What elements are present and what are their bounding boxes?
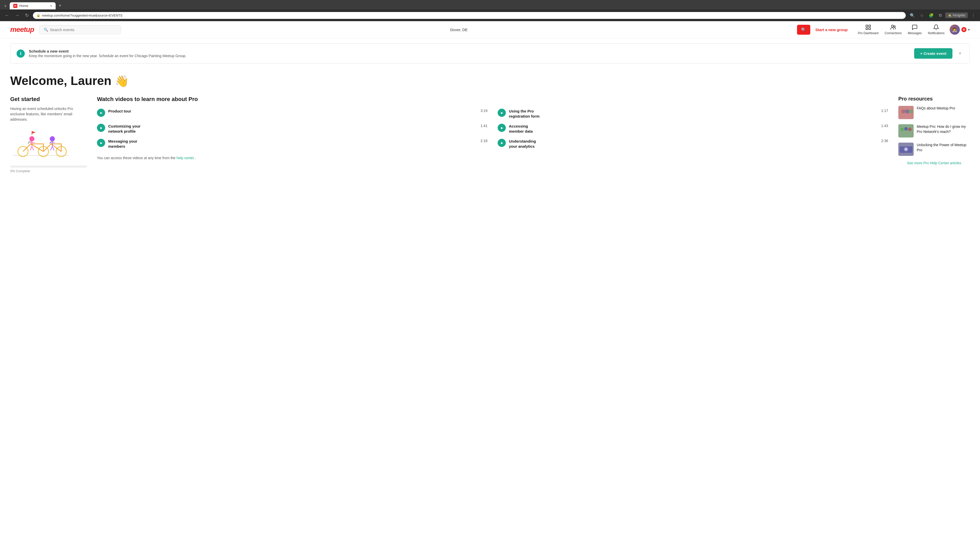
svg-point-20 (904, 127, 908, 130)
video-title-1: Using the Proregistration form (509, 109, 539, 119)
get-started-description: Having an event scheduled unlocks Pro ex… (10, 106, 87, 122)
pro-dashboard-icon (865, 24, 871, 30)
resource-text-2: Unlocking the Power of Meetup Pro (917, 143, 970, 156)
svg-rect-2 (866, 28, 868, 30)
messages-label: Messages (908, 32, 922, 35)
svg-point-16 (905, 110, 909, 114)
user-avatar-area[interactable]: 🧑‍🎨 M ▾ (950, 24, 970, 35)
svg-rect-0 (866, 25, 868, 27)
banner-title: Schedule a new event (29, 49, 910, 53)
incognito-icon: 🕵 (948, 14, 952, 17)
video-duration-5: 2:36 (881, 139, 888, 143)
browser-search-button[interactable]: 🔍 (908, 12, 916, 19)
svg-rect-1 (869, 25, 870, 27)
connections-label: Connections (885, 32, 902, 35)
resource-item-2[interactable]: Unlocking the Power of Meetup Pro (898, 143, 970, 156)
site-header: meetup 🔍 Dover, DE 🔍 Start a new group P… (0, 21, 980, 38)
active-tab[interactable]: m Home × (10, 2, 56, 10)
video-duration-4: 2:18 (480, 139, 487, 143)
split-view-button[interactable]: ⧉ (937, 12, 943, 19)
resource-item-0[interactable]: FAQs about Meetup Pro (898, 106, 970, 119)
svg-marker-13 (32, 131, 36, 134)
videos-grid: Product tour 3:19 Using the Proregistrat… (97, 109, 888, 149)
svg-rect-18 (898, 124, 914, 138)
svg-point-4 (891, 25, 894, 27)
videos-heading: Watch videos to learn more about Pro (97, 96, 888, 103)
help-center-link[interactable]: help center (177, 156, 194, 160)
see-more-articles-link[interactable]: See more Pro Help Center articles (898, 161, 970, 165)
pro-resources-heading: Pro resources (898, 96, 970, 102)
video-title-5: Understandingyour analytics (509, 139, 536, 149)
play-button-5[interactable] (498, 139, 506, 147)
schedule-event-banner: ℹ Schedule a new event Keep the momentum… (10, 43, 970, 64)
video-access-note: You can access these videos at any time … (97, 156, 888, 160)
get-started-heading: Get started (10, 96, 87, 103)
video-title-3: Accessingmember data (509, 124, 533, 134)
search-bar[interactable]: 🔍 (39, 25, 121, 34)
videos-section: Watch videos to learn more about Pro Pro… (97, 96, 888, 173)
video-duration-3: 1:43 (881, 124, 888, 128)
resource-thumbnail-0 (898, 106, 914, 119)
incognito-label: Incognito (953, 14, 965, 17)
play-button-0[interactable] (97, 109, 105, 117)
get-started-section: Get started Having an event scheduled un… (10, 96, 87, 173)
browser-menu-button[interactable]: ⋮ (970, 12, 977, 19)
create-event-button[interactable]: + Create event (914, 48, 953, 59)
video-duration-0: 3:19 (480, 109, 487, 113)
pro-dashboard-label: Pro Dashboard (858, 32, 878, 35)
search-input[interactable] (50, 27, 117, 32)
welcome-heading: Welcome, Lauren 👋 (10, 74, 970, 88)
video-title-2: Customizing yournetwork profile (108, 124, 141, 134)
tab-favicon: m (13, 4, 18, 8)
search-submit-button[interactable]: 🔍 (797, 25, 810, 35)
refresh-button[interactable]: ↻ (24, 11, 30, 19)
nav-messages[interactable]: Messages (908, 24, 922, 35)
start-new-group-link[interactable]: Start a new group (815, 27, 848, 32)
resource-item-1[interactable]: Meetup Pro: How do I grow my Pro Network… (898, 124, 970, 138)
svg-point-21 (908, 127, 912, 131)
banner-info-icon: ℹ (17, 49, 25, 58)
extensions-button[interactable]: 🧩 (927, 12, 935, 19)
video-duration-1: 1:17 (881, 109, 888, 113)
nav-notifications[interactable]: Notifications (928, 24, 945, 35)
nav-pro-dashboard[interactable]: Pro Dashboard (858, 24, 878, 35)
bookmark-button[interactable]: ☆ (918, 12, 925, 19)
pro-resources-section: Pro resources FAQs about Meetup Pro (898, 96, 970, 173)
connections-icon (890, 24, 896, 30)
resource-thumbnail-2 (898, 143, 914, 156)
play-button-3[interactable] (498, 124, 506, 132)
resource-thumbnail-1 (898, 124, 914, 138)
meetup-page: meetup 🔍 Dover, DE 🔍 Start a new group P… (0, 21, 980, 551)
banner-description: Keep the momentum going in the new year.… (29, 54, 910, 58)
meetup-logo[interactable]: meetup (10, 25, 34, 34)
content-grid: Get started Having an event scheduled un… (10, 96, 970, 173)
location-display: Dover, DE (126, 27, 792, 32)
nav-connections[interactable]: Connections (885, 24, 902, 35)
tab-list-button[interactable]: ⋎ (2, 3, 9, 9)
banner-close-button[interactable]: × (956, 50, 963, 57)
video-title-0: Product tour (108, 109, 131, 114)
address-url: meetup.com/home/?suggested=true&source=E… (42, 14, 123, 17)
address-bar[interactable]: 🔒 meetup.com/home/?suggested=true&source… (33, 12, 906, 19)
progress-bar-container (10, 165, 87, 168)
progress-label: 0% Complete (10, 169, 87, 173)
tab-bar: ⋎ m Home × + (0, 0, 980, 10)
browser-toolbar: ← → ↻ 🔒 meetup.com/home/?suggested=true&… (0, 10, 980, 21)
video-item-2: Customizing yournetwork profile 1:41 (97, 124, 487, 134)
back-button[interactable]: ← (3, 12, 11, 19)
tab-close-button[interactable]: × (50, 4, 52, 8)
forward-button[interactable]: → (13, 12, 21, 19)
svg-point-17 (909, 110, 913, 114)
play-button-4[interactable] (97, 139, 105, 147)
svg-rect-3 (869, 28, 870, 30)
svg-point-10 (29, 136, 35, 141)
svg-point-19 (900, 127, 904, 131)
notifications-label: Notifications (928, 32, 945, 35)
main-content: Welcome, Lauren 👋 Get started Having an … (0, 68, 980, 178)
play-button-1[interactable] (498, 109, 506, 117)
play-button-2[interactable] (97, 124, 105, 132)
resource-text-1: Meetup Pro: How do I grow my Pro Network… (917, 124, 970, 138)
video-item-3: Accessingmember data 1:43 (498, 124, 888, 134)
new-tab-button[interactable]: + (57, 2, 64, 10)
resource-text-0: FAQs about Meetup Pro (917, 106, 955, 119)
